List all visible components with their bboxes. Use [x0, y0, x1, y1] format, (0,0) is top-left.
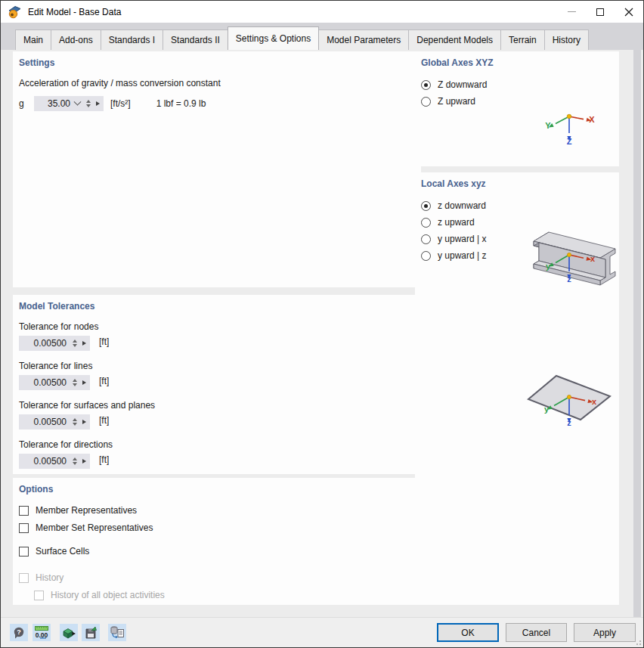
- g-symbol: g: [19, 98, 34, 109]
- cancel-button[interactable]: Cancel: [506, 623, 567, 642]
- tab-main[interactable]: Main: [15, 29, 51, 50]
- checkbox-member-set-representatives[interactable]: Member Set Representatives: [19, 522, 421, 533]
- tab-model-parameters[interactable]: Model Parameters: [318, 29, 409, 50]
- minimize-button[interactable]: [557, 1, 586, 23]
- spin-down-icon[interactable]: [73, 344, 77, 347]
- scrollbar[interactable]: [633, 50, 641, 617]
- ok-button[interactable]: OK: [437, 623, 499, 642]
- radio-label: Z downward: [438, 79, 487, 90]
- spinner-control[interactable]: [73, 340, 77, 347]
- tolerance-nodes-value[interactable]: 0.00500: [23, 338, 70, 349]
- spinner-control[interactable]: [86, 100, 91, 107]
- tab-history[interactable]: History: [544, 29, 589, 50]
- checkbox-label: Surface Cells: [36, 546, 89, 557]
- radio-icon[interactable]: [421, 234, 431, 244]
- radio-local-y-upward-x[interactable]: y upward | x: [421, 232, 619, 246]
- spinner-control[interactable]: [73, 379, 77, 386]
- chevron-down-icon[interactable]: [74, 98, 82, 105]
- tolerance-lines-value[interactable]: 0.00500: [23, 377, 70, 388]
- svg-text:X: X: [589, 115, 595, 124]
- spin-up-icon[interactable]: [73, 457, 77, 460]
- spin-up-icon[interactable]: [73, 340, 77, 343]
- spinner-control[interactable]: [73, 457, 77, 465]
- svg-text:?: ?: [17, 628, 21, 636]
- import-settings-button[interactable]: [60, 624, 78, 641]
- options-panel: Options Member Representatives Member Se…: [13, 478, 421, 605]
- maximize-icon: [596, 8, 604, 16]
- gravity-combobox[interactable]: 35.00: [34, 96, 104, 111]
- save-as-default-button[interactable]: [82, 624, 100, 641]
- checkbox-surface-cells[interactable]: Surface Cells: [19, 546, 421, 557]
- spin-down-icon[interactable]: [73, 383, 77, 386]
- spin-down-icon[interactable]: [73, 423, 77, 426]
- app-icon: [7, 5, 22, 19]
- spin-up-icon[interactable]: [73, 418, 77, 421]
- parameter-picker-icon[interactable]: [96, 101, 100, 106]
- spinner-control[interactable]: [73, 418, 77, 426]
- tab-add-ons[interactable]: Add-ons: [51, 29, 101, 50]
- radio-icon[interactable]: [421, 201, 431, 211]
- svg-text:0.00: 0.00: [36, 631, 48, 639]
- radio-icon[interactable]: [421, 218, 431, 228]
- checkbox-icon: [34, 591, 44, 600]
- units-decimal-places-button[interactable]: 0.00: [33, 624, 51, 641]
- parameter-picker-icon[interactable]: [82, 420, 86, 424]
- parameter-picker-icon[interactable]: [82, 380, 86, 385]
- tolerance-nodes-field[interactable]: 0.00500: [19, 336, 90, 351]
- settings-header: Settings: [13, 51, 421, 68]
- import-settings-icon: [62, 626, 76, 640]
- apply-button[interactable]: Apply: [574, 623, 636, 642]
- tab-standards-2[interactable]: Standards II: [163, 29, 228, 50]
- spin-up-icon[interactable]: [73, 379, 77, 382]
- svg-text:y: y: [544, 405, 550, 414]
- tolerance-directions-field[interactable]: 0.00500: [19, 454, 90, 469]
- radio-icon[interactable]: [421, 97, 431, 107]
- checkbox-icon[interactable]: [19, 523, 29, 533]
- spin-down-icon[interactable]: [73, 462, 77, 465]
- spin-down-icon[interactable]: [86, 104, 91, 107]
- save-default-icon: [84, 626, 98, 640]
- help-button[interactable]: ?: [10, 624, 28, 641]
- maximize-button[interactable]: [586, 1, 615, 23]
- tolerance-surfaces-field[interactable]: 0.00500: [19, 414, 90, 429]
- radio-icon[interactable]: [421, 251, 431, 261]
- radio-global-z-downward[interactable]: Z downward: [421, 78, 619, 91]
- checkbox-icon[interactable]: [19, 547, 29, 557]
- global-axes-diagram: X Y Z: [415, 51, 619, 166]
- decimal-places-icon: 0.00: [34, 625, 49, 640]
- tab-dependent-models[interactable]: Dependent Models: [408, 29, 501, 50]
- checkbox-member-representatives[interactable]: Member Representatives: [19, 505, 421, 516]
- global-axes-panel: Global Axes XYZ Z downward Z upward X Y: [415, 51, 619, 166]
- tolerance-directions-value[interactable]: 0.00500: [23, 456, 70, 467]
- checkbox-history: History: [19, 572, 421, 583]
- radio-label: y upward | z: [438, 250, 486, 261]
- checkbox-label: Member Set Representatives: [36, 522, 153, 533]
- local-axes-panel: Local Axes xyz z downward z upward y upw…: [415, 172, 619, 605]
- close-icon: [624, 8, 633, 17]
- checkbox-icon[interactable]: [19, 506, 29, 516]
- help-icon: ?: [12, 626, 26, 640]
- parameter-picker-icon[interactable]: [82, 341, 86, 346]
- radio-icon[interactable]: [421, 80, 431, 90]
- tolerance-directions-unit: [ft]: [99, 454, 109, 465]
- radio-local-z-downward[interactable]: z downward: [421, 199, 619, 212]
- parameter-picker-icon[interactable]: [82, 459, 86, 464]
- radio-local-y-upward-z[interactable]: y upward | z: [421, 249, 619, 262]
- spin-up-icon[interactable]: [86, 100, 91, 103]
- tolerance-nodes-label: Tolerance for nodes: [19, 321, 421, 332]
- tolerance-surfaces-label: Tolerance for surfaces and planes: [19, 400, 421, 411]
- tab-terrain[interactable]: Terrain: [500, 29, 545, 50]
- edit-model-dialog: Edit Model - Base Data Main Add-ons Stan…: [0, 0, 644, 648]
- radio-local-z-upward[interactable]: z upward: [421, 215, 619, 229]
- tab-settings-and-options[interactable]: Settings & Options: [228, 26, 319, 50]
- close-button[interactable]: [615, 1, 643, 23]
- resize-grip[interactable]: [633, 637, 641, 645]
- gravity-value[interactable]: 35.00: [38, 98, 73, 109]
- copy-settings-button[interactable]: [108, 624, 126, 641]
- tolerance-lines-field[interactable]: 0.00500: [19, 375, 90, 390]
- tolerances-header: Model Tolerances: [13, 295, 421, 312]
- radio-global-z-upward[interactable]: Z upward: [421, 95, 619, 108]
- tolerance-surfaces-value[interactable]: 0.00500: [23, 417, 70, 427]
- tab-standards-1[interactable]: Standards I: [101, 29, 163, 50]
- checkbox-label: History: [36, 572, 63, 583]
